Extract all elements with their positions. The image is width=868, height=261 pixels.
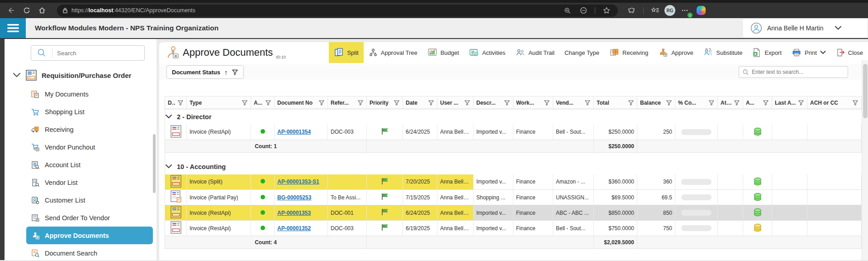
browser-hub-icon[interactable] [577,5,590,16]
sidebar-item-vendor-punchout[interactable]: Vendor Punchout [26,138,153,156]
sidebar-scrollbar[interactable] [153,134,156,193]
browser-profile-avatar[interactable]: RG [664,5,675,16]
grid-search[interactable] [739,66,848,78]
toolbar-button-activities[interactable]: Activities [464,42,510,63]
sidebar-item-account-list[interactable]: Account List [26,156,153,174]
toolbar-button-receiving[interactable]: Receiving [604,42,653,63]
grid-vertical-scrollbar[interactable] [862,60,868,260]
favorite-star-icon[interactable] [600,5,613,16]
funnel-icon[interactable] [394,100,400,106]
funnel-icon[interactable] [464,100,470,106]
toolbar-button-export[interactable]: Export [747,42,787,63]
toolbar-button-approve[interactable]: Approve [653,42,698,63]
funnel-icon[interactable] [242,100,248,106]
toolbar-button-approval-tree[interactable]: Approval Tree [364,42,422,63]
funnel-icon[interactable] [544,100,550,106]
user-icon [750,22,763,34]
scrollbar-thumb[interactable] [863,64,868,118]
user-menu[interactable]: Anna Belle H Martin [742,18,868,38]
table-row[interactable]: Invoice (Split)AP-00001353-S17/20/2025An… [165,174,862,190]
sidebar-item-approve-documents[interactable]: Approve Documents [26,227,153,244]
funnel-icon[interactable] [852,100,859,106]
last-action-cell [772,125,807,140]
funnel-icon[interactable] [504,100,510,106]
favorites-bar-icon[interactable] [648,5,662,16]
document-link[interactable]: AP-00001353-S1 [277,179,319,185]
workflow-cell: Finance [513,190,553,205]
table-row[interactable]: Invoice (RestApi)AP-00001354DOC-0036/24/… [165,125,862,140]
group-chevron-icon[interactable] [165,114,172,119]
sidebar-group-requisition-purchase-order[interactable]: Requisition/Purchase Order [5,65,157,85]
sidebar-item-my-documents[interactable]: My Documents [26,85,153,103]
sidebar-item-shopping-list[interactable]: Shopping List [26,103,153,121]
approve-documents-panel: Approve Documents ID:10 SplitApproval Tr… [159,42,868,260]
table-row[interactable]: Invoice (RestApi)AP-00001353DOC-0016/24/… [165,205,862,221]
toolbar-button-change-type[interactable]: Change Type [560,42,604,63]
funnel-icon[interactable] [428,100,434,106]
toolbar-button-budget[interactable]: Budget [422,42,464,63]
funnel-icon[interactable] [628,100,634,106]
window-edge-strip [0,39,5,260]
document-link[interactable]: AP-00001353 [277,210,311,216]
toolbar-button-split[interactable]: Split [329,42,363,63]
sort-ascending-icon[interactable]: ↑ [224,68,228,76]
toolbar-button-audit-trail[interactable]: Audit Trail [510,42,560,63]
document-link[interactable]: AP-00001354 [277,129,311,135]
sidebar-item-receiving[interactable]: Receiving [26,121,153,138]
group-header-row[interactable]: 10 - Accounting [165,159,862,174]
workflow-cell: Finance [513,221,553,236]
attachments-cell [718,190,743,205]
home-icon[interactable] [35,5,49,16]
toolbar-button-substitute[interactable]: Substitute [698,42,748,63]
vendor-cell: Amazon - ... [553,174,594,190]
sidebar-item-vendor-list[interactable]: Vendor List [26,174,153,191]
document-no-cell: BG-00005253 [275,190,328,205]
funnel-icon[interactable] [708,100,715,106]
funnel-icon[interactable] [666,100,672,106]
lock-icon[interactable] [62,7,69,14]
document-link[interactable]: AP-00001352 [277,225,311,232]
sidebar-item-document-search[interactable]: Document Search [26,244,153,260]
sidebar-item-send-order-to-vendor[interactable]: Send Order To Vendor [26,209,153,227]
group-chevron-icon[interactable] [165,164,172,169]
zoom-page-icon[interactable] [560,5,574,16]
document-no-cell: AP-00001353 [275,205,328,221]
document-status-chip[interactable]: Document Status ↑ [166,65,244,79]
funnel-icon[interactable] [357,100,364,106]
toolbar-button-print[interactable]: Print [787,42,831,63]
group-count: Count: 1 [165,140,367,153]
hamburger-menu-button[interactable] [0,18,26,38]
funnel-icon[interactable] [798,100,804,106]
coins-green-icon [752,176,763,187]
copilot-icon[interactable] [694,5,708,16]
document-link[interactable]: BG-00005253 [277,194,311,201]
sidebar-search[interactable] [31,45,145,61]
grid-search-input[interactable] [752,69,844,75]
sidebar-item-customer-list[interactable]: Customer List [26,191,153,209]
hamburger-icon [7,23,19,33]
percent-complete-cell [675,221,718,236]
last-action-cell [772,190,807,205]
column-header-co: % Co... [675,97,718,109]
funnel-icon[interactable] [177,100,184,106]
back-icon[interactable] [5,5,18,16]
sidebar-item-label: Send Order To Vendor [45,214,110,222]
funnel-icon[interactable] [318,100,325,106]
funnel-icon[interactable] [265,100,271,106]
table-row[interactable]: Invoice (Partial Pay)BG-00005253To Be As… [165,190,862,205]
toolbar-button-label: Audit Trail [528,49,555,56]
group-header-row[interactable]: 2 - Director [165,109,862,125]
table-row[interactable]: Invoice (RestApi)AP-00001352DOC-0036/19/… [165,221,862,236]
type-cell: Invoice (RestApi) [187,205,251,221]
reload-icon[interactable] [20,5,33,16]
browser-settings-icon[interactable]: ↑ [678,5,692,16]
my-documents-icon [31,90,40,99]
extensions-icon[interactable] [625,5,639,16]
column-header-total: Total [594,97,637,109]
funnel-icon[interactable] [584,100,591,106]
filter-funnel-icon[interactable] [232,69,238,76]
funnel-icon[interactable] [734,100,740,106]
sidebar-search-input[interactable] [52,50,144,57]
address-bar[interactable]: https://localhost:44320/ENC/ApproveDocum… [57,5,618,17]
funnel-icon[interactable] [763,100,769,106]
